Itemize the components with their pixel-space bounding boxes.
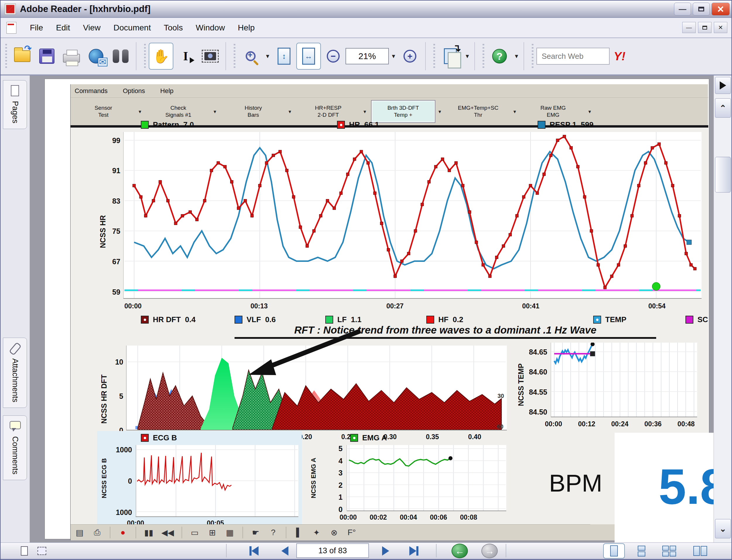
menu-window[interactable]: Window xyxy=(189,21,231,35)
go-back-button[interactable]: ← xyxy=(452,544,468,558)
single-page-layout-button[interactable] xyxy=(603,543,625,559)
page-number-input[interactable]: 13 of 83 xyxy=(296,543,369,558)
snapshot-tool-button[interactable] xyxy=(198,43,222,70)
continuous-layout-button[interactable] xyxy=(631,543,652,559)
app-button-5[interactable]: Brth 3D-DFTTemp + xyxy=(372,101,435,122)
zoom-in-tool-button[interactable] xyxy=(238,43,263,70)
window-icon[interactable]: ⊞ xyxy=(207,528,217,537)
attachments-icon xyxy=(9,342,21,355)
minimize-button[interactable]: — xyxy=(674,3,691,16)
app-button-dropdown[interactable]: ▼ xyxy=(435,109,445,114)
open-button[interactable] xyxy=(10,43,35,70)
zoom-out-button[interactable]: − xyxy=(321,43,345,70)
doc-minimize-button[interactable]: — xyxy=(682,22,696,33)
schedule-icon[interactable]: ▦ xyxy=(225,528,235,537)
key-icon[interactable]: ✦ xyxy=(311,528,321,537)
print-icon[interactable]: ⎙ xyxy=(92,528,102,537)
menu-file[interactable]: File xyxy=(23,21,49,35)
menu-edit[interactable]: Edit xyxy=(49,21,76,35)
restore-button[interactable] xyxy=(693,3,710,16)
frame-icon[interactable]: ▭ xyxy=(190,528,200,537)
search-web-input[interactable] xyxy=(536,48,610,65)
search-button[interactable] xyxy=(108,43,133,70)
menu-help[interactable]: Help xyxy=(231,21,261,35)
app-button-dropdown[interactable]: ▼ xyxy=(210,109,220,114)
x-tick-label: 00:02 xyxy=(370,513,387,521)
document-status-button[interactable] xyxy=(17,545,32,557)
toolbar-grip xyxy=(531,44,534,68)
previous-page-button[interactable] xyxy=(275,544,294,558)
fit-width-button[interactable]: ↔ xyxy=(296,43,321,70)
app-button-3[interactable]: HistoryBars xyxy=(222,101,285,122)
page-view-button[interactable] xyxy=(34,545,49,557)
y-tick-label: 67 xyxy=(112,257,120,266)
app-button-dropdown[interactable]: ▼ xyxy=(585,109,595,114)
compass-icon[interactable]: ⊗ xyxy=(329,528,339,537)
next-page-button[interactable] xyxy=(376,544,395,558)
app-button-2[interactable]: CheckSignals #1 xyxy=(147,101,210,122)
app-menu-help[interactable]: Help xyxy=(160,87,173,95)
doc-restore-button[interactable] xyxy=(698,22,712,33)
app-button-dropdown[interactable]: ▼ xyxy=(135,109,145,114)
select-tool-button[interactable]: I xyxy=(173,43,198,70)
pause-icon[interactable]: ▮▮ xyxy=(144,528,154,537)
hand-tool-button[interactable]: ✋ xyxy=(149,43,173,70)
legend-text: HR DFT 0.4 xyxy=(153,315,196,324)
close-button[interactable]: ✕ xyxy=(712,3,730,16)
zoom-tool-dropdown[interactable]: ▾ xyxy=(263,52,272,60)
menu-document[interactable]: Document xyxy=(107,21,157,35)
y-tick-label: 2 xyxy=(338,481,342,489)
hand-icon[interactable]: ☛ xyxy=(251,528,260,537)
menu-view[interactable]: View xyxy=(76,21,107,35)
pane-arrow-button[interactable] xyxy=(715,77,731,94)
scroll-down-button[interactable]: ⌄ xyxy=(715,519,731,538)
legend-sc: SC xyxy=(685,315,708,324)
zoom-in-button[interactable]: + xyxy=(398,43,422,70)
doc-close-button[interactable]: ✕ xyxy=(714,22,727,33)
app-button-4[interactable]: HR+RESP2-D DFT xyxy=(296,101,360,122)
emg-ylabel: NCSS EMG A xyxy=(310,458,317,498)
mic-icon[interactable]: ▌ xyxy=(294,528,304,537)
app-button-6[interactable]: EMG+Temp+SCThr xyxy=(447,101,510,122)
vertical-scrollbar[interactable]: ⌃ ⌄ xyxy=(714,75,732,542)
scroll-thumb[interactable] xyxy=(715,157,731,193)
save-button[interactable] xyxy=(35,43,59,70)
temp-x-ticks: 00:0000:1200:2400:3600:48 xyxy=(551,420,697,428)
facing-layout-button[interactable] xyxy=(689,543,711,559)
app-button-dropdown[interactable]: ▼ xyxy=(510,109,520,114)
help-button[interactable]: ? xyxy=(487,43,512,70)
app-menu-commands[interactable]: Commands xyxy=(75,87,107,95)
sidebar-tab-attachments[interactable]: Attachments xyxy=(3,338,27,408)
app-button-label: Test xyxy=(98,111,109,118)
help-dropdown[interactable]: ▾ xyxy=(512,52,521,60)
print-button[interactable] xyxy=(59,43,84,70)
app-menu-options[interactable]: Options xyxy=(123,87,145,95)
fit-page-button[interactable]: ↕ xyxy=(272,43,296,70)
previous-page-icon xyxy=(281,546,288,556)
zoom-level-dropdown[interactable]: ▾ xyxy=(390,52,398,60)
zoom-level-input[interactable]: 21% xyxy=(345,48,389,64)
save-icon[interactable]: ▤ xyxy=(75,528,85,537)
email-button[interactable] xyxy=(84,43,108,70)
sidebar-tab-pages[interactable]: Pages xyxy=(3,80,27,129)
continuous-facing-layout-button[interactable] xyxy=(658,543,680,559)
app-button-dropdown[interactable]: ▼ xyxy=(285,109,295,114)
create-pdf-button[interactable] xyxy=(438,43,463,70)
sidebar-tab-comments[interactable]: Comments xyxy=(3,415,27,480)
menu-tools[interactable]: Tools xyxy=(157,21,189,35)
scroll-up-button[interactable]: ⌃ xyxy=(715,98,731,118)
app-button-1[interactable]: SensorTest xyxy=(72,101,135,122)
toolbar-separator xyxy=(286,527,286,538)
help-icon[interactable]: ? xyxy=(268,528,278,537)
app-button-7[interactable]: Raw EMGEMG xyxy=(522,101,585,122)
record-icon[interactable]: ● xyxy=(118,528,128,537)
legend-swatch xyxy=(325,316,333,324)
go-forward-button[interactable]: → xyxy=(481,544,498,558)
rewind-icon[interactable]: ◀◀ xyxy=(161,528,174,537)
first-page-button[interactable] xyxy=(244,544,263,558)
y-tick-label: 75 xyxy=(112,227,120,236)
last-page-button[interactable] xyxy=(404,544,424,558)
app-button-dropdown[interactable]: ▼ xyxy=(360,109,370,114)
dft-chart-ylabel: NCSS HR DFT xyxy=(100,375,108,424)
create-pdf-dropdown[interactable]: ▾ xyxy=(463,52,472,60)
